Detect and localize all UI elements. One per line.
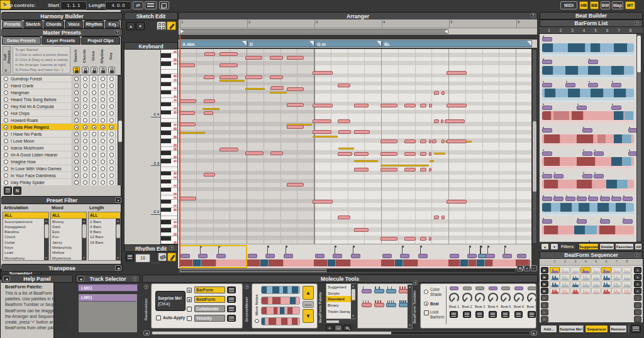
surprise-me-button[interactable]: Surprise Me!(Ctrl-k) <box>155 291 186 311</box>
groove-down-button[interactable]: ▼ <box>303 309 314 323</box>
preset-layer-radio[interactable] <box>109 146 114 150</box>
palette-item[interactable]: Standard <box>326 296 351 302</box>
melody-bar[interactable] <box>434 153 445 155</box>
barform-bar[interactable] <box>542 43 634 52</box>
tumbler-chip[interactable] <box>489 286 497 290</box>
scroll-up-icon[interactable]: ▲ <box>116 219 120 223</box>
selected-track[interactable]: LM01 <box>78 284 138 292</box>
tab-rhythm[interactable]: Rhythm <box>84 20 104 28</box>
topbar-button-bw[interactable]: BW <box>601 1 610 9</box>
lock-icon[interactable] <box>73 67 80 74</box>
preset-layer-radio[interactable] <box>101 146 105 150</box>
preset-layer-radio[interactable] <box>109 153 114 157</box>
seq-play-button-disabled[interactable]: ▶ <box>541 309 548 315</box>
note[interactable] <box>404 237 416 241</box>
preset-layer-radio[interactable] <box>109 90 114 95</box>
note[interactable] <box>287 125 304 129</box>
filter-item-selected[interactable]: ALL <box>89 212 121 219</box>
preset-row[interactable]: Hand Crank <box>1 82 117 89</box>
preset-layer-radio[interactable] <box>92 132 96 136</box>
scroll-down-icon[interactable]: ▼ <box>116 256 120 260</box>
note[interactable] <box>434 215 439 219</box>
filter-item[interactable]: 16 Bars <box>89 240 116 245</box>
seq-remove-button-disabled[interactable]: × <box>634 316 641 322</box>
loop-row[interactable] <box>179 28 537 35</box>
note[interactable] <box>338 119 350 123</box>
filter-item[interactable]: Guitar <box>3 240 45 245</box>
start-value-field[interactable]: 1. 1. 1 <box>60 1 87 10</box>
note[interactable] <box>179 99 196 103</box>
filter-item[interactable]: Melancholy <box>51 245 82 250</box>
seq-cell[interactable] <box>550 267 560 273</box>
note[interactable] <box>380 152 397 156</box>
preset-radio[interactable] <box>4 153 8 157</box>
palette-chip[interactable] <box>362 303 372 307</box>
grid-select-button[interactable] <box>157 21 166 30</box>
tumbler-list-button[interactable] <box>463 311 471 318</box>
preset-radio[interactable] <box>4 118 8 123</box>
note[interactable] <box>432 139 436 143</box>
barform-chip[interactable] <box>594 174 604 178</box>
barform-chip[interactable] <box>588 83 598 87</box>
preset-radio[interactable] <box>4 173 8 178</box>
help-icon[interactable]: ? <box>144 285 149 290</box>
preset-layer-radio[interactable] <box>101 77 105 81</box>
help-icon[interactable]: ? <box>114 30 120 35</box>
chord-bar[interactable]: D <box>247 40 314 47</box>
track-list-item[interactable]: LM01 <box>79 295 136 302</box>
filter-item[interactable]: Dark <box>51 224 82 229</box>
scroll-down-icon[interactable]: ▼ <box>82 256 86 260</box>
palette-item[interactable]: Triplet Swing <box>326 308 351 315</box>
note[interactable] <box>354 228 369 232</box>
beatform-chip[interactable] <box>467 254 477 258</box>
preset-layer-radio[interactable] <box>92 111 96 116</box>
rhythm-lane[interactable] <box>178 244 531 268</box>
palette-scroll-thumb[interactable] <box>352 289 355 300</box>
filter-scroll-thumb[interactable] <box>116 224 120 238</box>
note[interactable] <box>445 119 465 123</box>
seq-cell[interactable] <box>601 274 611 280</box>
preset-layer-radio[interactable] <box>83 77 87 81</box>
tumbler-chip[interactable] <box>501 286 510 290</box>
preset-layer-radio[interactable] <box>74 146 79 150</box>
topbar-button-mt[interactable]: MT <box>625 1 635 9</box>
note[interactable] <box>204 173 215 177</box>
preset-layer-radio[interactable] <box>92 125 96 129</box>
auto-apply-checkbox[interactable] <box>156 315 161 320</box>
note[interactable] <box>204 99 215 103</box>
note[interactable] <box>429 237 431 241</box>
preset-row[interactable]: Im A Good Listen Hearer <box>1 151 117 158</box>
barform-chip[interactable] <box>588 60 598 64</box>
filter-item[interactable]: Lead <box>3 250 45 255</box>
preset-layer-radio[interactable] <box>101 97 105 102</box>
barform-bar[interactable] <box>542 226 634 234</box>
note[interactable] <box>441 139 445 143</box>
copy-clip-icon[interactable] <box>159 1 169 9</box>
note[interactable] <box>204 52 215 56</box>
groove-pattern-bar[interactable] <box>261 307 300 315</box>
note[interactable] <box>447 200 467 204</box>
preset-layer-radio[interactable] <box>101 173 105 178</box>
note[interactable] <box>420 104 426 107</box>
preset-layer-radio[interactable] <box>92 160 96 164</box>
preset-layer-radio[interactable] <box>109 84 114 88</box>
topbar-button-bb[interactable]: BB <box>590 1 599 9</box>
preset-layer-radio[interactable] <box>92 90 96 95</box>
melody-bar[interactable] <box>179 132 205 134</box>
barform-chip[interactable] <box>623 197 633 201</box>
tumbler-list-button[interactable] <box>514 311 523 318</box>
barform-chip[interactable] <box>623 219 633 224</box>
barform-chip[interactable] <box>542 197 552 201</box>
barform-chip[interactable] <box>628 151 636 156</box>
seq-cell[interactable] <box>580 288 591 294</box>
barform-chip[interactable] <box>542 151 552 156</box>
seq-play-button[interactable]: ▶ <box>541 267 548 273</box>
melody-bar[interactable] <box>270 92 287 94</box>
randomizer-field-velocity[interactable]: Velocity <box>194 315 225 322</box>
barform-chip[interactable] <box>582 128 592 133</box>
palette-item[interactable]: Simple <box>326 290 351 297</box>
note[interactable] <box>420 168 426 172</box>
note[interactable] <box>447 104 467 107</box>
palette-item[interactable]: Suggested <box>326 284 351 290</box>
barform-chip[interactable] <box>611 197 621 201</box>
